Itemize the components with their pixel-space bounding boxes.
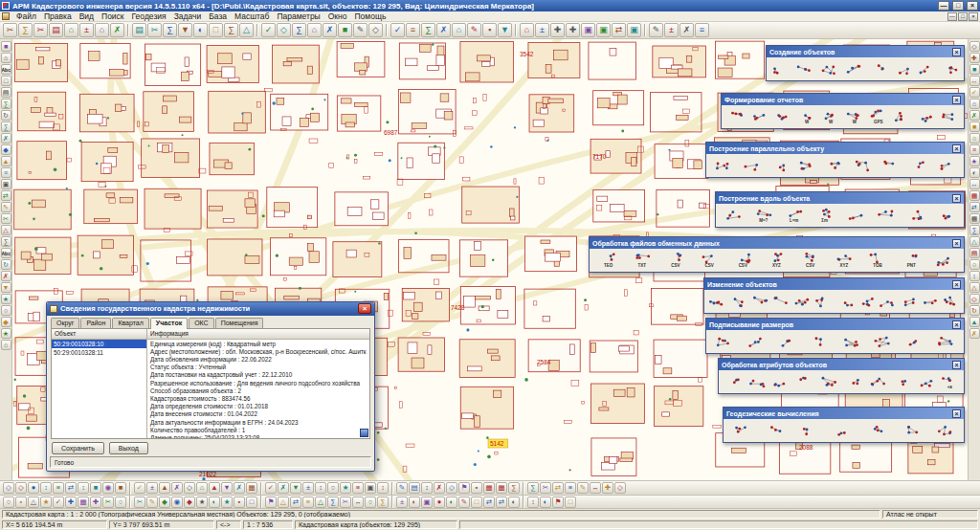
photo-link-icon[interactable]: ▦ <box>496 482 507 494</box>
previous-view-icon[interactable]: ✓ <box>261 23 276 37</box>
zoom-to-layer-icon[interactable]: ✂ <box>102 497 114 508</box>
tab-pomeshcheniya[interactable]: Помещения <box>215 318 264 328</box>
maximize-button[interactable]: □ <box>952 1 964 11</box>
tab-raion[interactable]: Район <box>80 318 111 328</box>
rotate-object-icon[interactable]: ▣ <box>1 179 11 189</box>
georeference-icon[interactable]: ▼ <box>221 482 233 494</box>
layer-up-icon[interactable]: ▦ <box>78 497 89 508</box>
lock-object-icon[interactable]: ± <box>664 23 679 37</box>
hatch-fill-icon[interactable]: ◆ <box>1 144 11 155</box>
along-length-icon[interactable]: L=m <box>785 206 804 226</box>
offset-calc-icon[interactable]: ★ <box>340 482 351 494</box>
csv-export-icon[interactable]: ✂ <box>340 497 351 508</box>
coordinate-converter-icon[interactable]: ✗ <box>278 482 289 494</box>
list-item[interactable]: 50:29:0010328:11 <box>52 348 146 357</box>
dialog-close-button[interactable]: × <box>358 303 371 314</box>
next-object-icon[interactable]: ✎ <box>649 23 663 37</box>
access-rights-icon[interactable]: ⚑ <box>552 497 564 508</box>
save-button[interactable]: Сохранить <box>52 442 104 454</box>
draw-line-icon[interactable]: ✓ <box>390 23 405 37</box>
classify-objects-icon[interactable]: ✂ <box>134 497 145 508</box>
refresh-map-icon[interactable]: ▪ <box>482 23 497 37</box>
ortho-mode-icon[interactable]: ◆ <box>1 317 11 327</box>
mdi-close-button[interactable]: × <box>969 12 978 21</box>
snap-toggle-icon[interactable]: ✎ <box>353 23 368 37</box>
object-settings-icon[interactable]: ± <box>535 23 549 37</box>
create-polyline-icon[interactable] <box>795 59 814 79</box>
eraser-tool-icon[interactable]: ★ <box>1 328 11 339</box>
redo-icon[interactable]: ⌂ <box>520 23 534 37</box>
cadastral-search-icon[interactable]: □ <box>246 497 257 508</box>
exchange-run-icon[interactable] <box>935 251 954 271</box>
parallel-settings-icon[interactable] <box>938 156 957 176</box>
zoom-out-icon[interactable]: □ <box>209 23 223 37</box>
raster-tools-icon[interactable]: ✗ <box>969 110 980 121</box>
sql-console-icon[interactable]: ◉ <box>171 497 183 508</box>
attr-search-icon[interactable] <box>819 372 838 392</box>
print-map-icon[interactable]: ○ <box>969 259 980 270</box>
layer-down-icon[interactable]: ✚ <box>90 497 101 508</box>
report-w1-icon[interactable]: W <box>797 107 816 127</box>
label-layer-icon[interactable]: ○ <box>115 497 126 508</box>
orthophoto-icon[interactable]: ▲ <box>209 482 220 494</box>
coordinate-list-icon[interactable]: ◐ <box>446 497 457 508</box>
xml-export-icon[interactable]: ⇄ <box>290 497 301 508</box>
parallel-segment-icon[interactable] <box>825 156 844 176</box>
archive-tool-icon[interactable]: ≡ <box>565 482 576 494</box>
help-icon[interactable]: ≡ <box>695 23 709 37</box>
draw-point-icon[interactable]: ◇ <box>368 23 383 37</box>
exchange-tob-icon[interactable]: TOB <box>868 251 887 271</box>
rotate-view-icon[interactable]: ▣ <box>596 23 611 37</box>
geodesy-area-calc-icon[interactable] <box>834 421 853 441</box>
panel-title-bar[interactable]: Подписывание размеров × <box>706 319 964 330</box>
point-cloud-icon[interactable]: ⌂ <box>196 482 208 494</box>
report-w2-icon[interactable]: W <box>821 107 840 127</box>
point-list-icon[interactable]: ✎ <box>458 497 470 508</box>
close-button[interactable]: × <box>967 1 978 11</box>
undo-icon[interactable]: ▼ <box>498 23 512 37</box>
parallel-distance-icon[interactable] <box>797 156 816 176</box>
query-builder-icon[interactable]: ◆ <box>159 497 170 508</box>
copy-object-icon[interactable]: ✂ <box>1 213 11 224</box>
menu-window[interactable]: Окно <box>324 11 351 21</box>
next-view-icon[interactable]: ◇ <box>277 23 291 37</box>
network-adjustment-icon[interactable]: ▤ <box>409 482 420 494</box>
remove-layer-icon[interactable]: ✚ <box>65 497 77 508</box>
find-object-icon[interactable]: ✂ <box>147 23 162 37</box>
scale-selector-icon[interactable]: ✚ <box>566 23 580 37</box>
export-data-icon[interactable]: ≡ <box>969 144 980 155</box>
snap-mode-icon[interactable]: ○ <box>1 305 11 316</box>
report-print-icon[interactable] <box>940 107 959 127</box>
report-gps-icon[interactable]: GPS <box>869 107 888 127</box>
panel-title-bar[interactable]: Геодезические вычисления × <box>724 408 964 419</box>
bookmark-list-icon[interactable]: ■ <box>969 64 980 75</box>
exchange-xyz-export-icon[interactable]: XYZ <box>835 251 854 271</box>
geodesy-leveling-icon[interactable] <box>902 421 921 441</box>
scale-object-icon[interactable]: ⇄ <box>1 190 11 201</box>
menu-file[interactable]: Файл <box>12 11 40 21</box>
grid-toggle-icon[interactable]: ■ <box>338 23 352 37</box>
mirror-object-icon[interactable]: ✎ <box>1 202 11 212</box>
create-rectangle-icon[interactable] <box>868 59 887 79</box>
delete-object-icon[interactable]: △ <box>1 225 11 235</box>
pan-map-icon[interactable]: ▼ <box>178 23 192 37</box>
panel-title-bar[interactable]: Изменение объектов × <box>704 278 964 290</box>
exit-button[interactable]: Выход <box>109 442 148 454</box>
user-manager-icon[interactable]: ◐ <box>540 497 551 508</box>
object-palette-icon[interactable]: ✗ <box>679 23 694 37</box>
exchange-xyz-import-icon[interactable]: XYZ <box>767 251 786 271</box>
print-layout-icon[interactable]: ○ <box>365 497 376 508</box>
along-segment-icon[interactable] <box>876 206 895 226</box>
geocoding-icon[interactable]: ◐ <box>209 497 220 508</box>
delete-node-icon[interactable] <box>750 292 769 312</box>
traverse-calc-icon[interactable]: ▼ <box>290 482 301 494</box>
split-line-icon[interactable] <box>792 292 812 312</box>
object-journal-icon[interactable]: ◐ <box>508 497 520 508</box>
edit-journal-icon[interactable]: ↕ <box>527 497 539 508</box>
contour-lines-icon[interactable]: ◉ <box>102 482 114 494</box>
geodesy-azimuth-icon[interactable] <box>868 421 887 441</box>
create-circle-icon[interactable] <box>892 59 911 79</box>
pdf-export-icon[interactable]: ↔ <box>352 497 364 508</box>
mdi-child-icon[interactable] <box>2 12 10 20</box>
leveling-calc-icon[interactable]: ↕ <box>377 482 389 494</box>
